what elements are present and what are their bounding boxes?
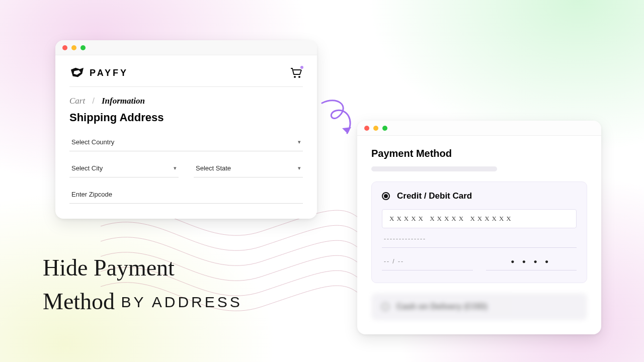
shipping-window: PAYFY Cart / Information Shipping Addres… — [55, 40, 317, 219]
card-name-input[interactable]: -------------- — [382, 228, 577, 248]
chevron-down-icon: ▾ — [174, 165, 177, 171]
card-expiry-input[interactable]: -- / -- — [382, 251, 473, 270]
shipping-title: Shipping Address — [69, 111, 303, 124]
breadcrumb: Cart / Information — [69, 96, 303, 106]
payfy-logo-icon — [69, 66, 85, 79]
window-max-dot[interactable] — [382, 126, 387, 131]
breadcrumb-sep: / — [92, 96, 95, 106]
card-cvv-input[interactable]: ● ● ● ● — [486, 251, 577, 270]
window-max-dot[interactable] — [80, 45, 86, 50]
city-label: Select City — [71, 164, 103, 172]
country-label: Select Country — [71, 138, 114, 146]
window-min-dot[interactable] — [71, 45, 76, 50]
window-min-dot[interactable] — [373, 126, 378, 131]
svg-marker-2 — [342, 127, 351, 133]
window-close-dot[interactable] — [364, 126, 369, 131]
headline-line2a: Method — [43, 289, 115, 314]
window-close-dot[interactable] — [62, 45, 67, 50]
cart-badge — [299, 65, 304, 70]
credit-card-option[interactable]: Credit / Debit Card XXXXX XXXXX XXXXXX -… — [371, 182, 587, 283]
svg-point-1 — [298, 76, 300, 78]
chevron-down-icon: ▾ — [298, 139, 301, 145]
payment-title: Payment Method — [371, 148, 587, 159]
city-select[interactable]: Select City ▾ — [69, 160, 179, 177]
state-label: Select State — [196, 164, 231, 172]
radio-selected-icon[interactable] — [382, 192, 390, 200]
chevron-down-icon: ▾ — [298, 165, 301, 171]
window-titlebar — [55, 40, 317, 55]
breadcrumb-information[interactable]: Information — [102, 96, 145, 106]
credit-card-label: Credit / Debit Card — [397, 191, 472, 201]
zipcode-label: Enter Zipcode — [71, 191, 112, 198]
card-number-input[interactable]: XXXXX XXXXX XXXXXX — [382, 209, 577, 228]
state-select[interactable]: Select State ▾ — [194, 160, 303, 177]
window-titlebar — [357, 121, 601, 136]
loading-bar — [371, 166, 497, 171]
zipcode-input[interactable]: Enter Zipcode — [69, 187, 303, 204]
cart-icon[interactable] — [290, 66, 303, 79]
brand-name: PAYFY — [90, 68, 128, 78]
brand-bar: PAYFY — [69, 66, 303, 87]
headline-line1: Hide Payment — [43, 251, 243, 285]
payment-window: Payment Method Credit / Debit Card XXXXX… — [357, 121, 601, 334]
cod-option-hidden: Cash on Delivery (COD) — [371, 293, 587, 320]
svg-point-0 — [294, 76, 296, 78]
headline-line2b: BY ADDRESS — [121, 294, 243, 310]
country-select[interactable]: Select Country ▾ — [69, 134, 303, 151]
radio-unselected-icon — [381, 303, 389, 311]
cod-label: Cash on Delivery (COD) — [396, 302, 487, 311]
breadcrumb-cart[interactable]: Cart — [69, 96, 85, 106]
marketing-headline: Hide Payment Method BY ADDRESS — [43, 251, 243, 318]
